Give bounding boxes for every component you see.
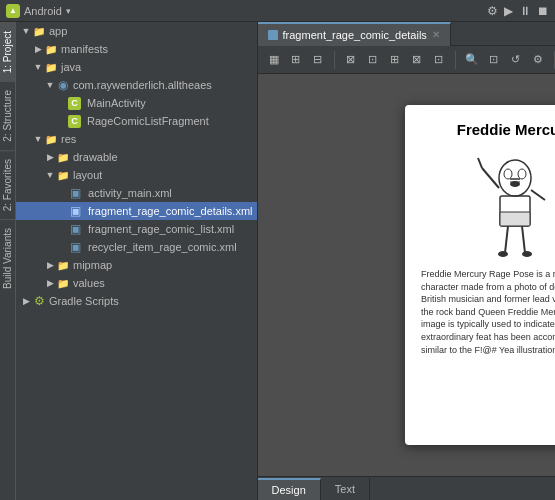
svg-point-13 bbox=[510, 181, 520, 187]
svg-line-9 bbox=[505, 226, 508, 253]
title-bar: ▲ Android ▾ ⚙ ▶ ⏸ ⏹ bbox=[0, 0, 555, 22]
tree-item-drawable[interactable]: ▶ 📁 drawable bbox=[16, 148, 257, 166]
tree-item-fragment-details[interactable]: ▣ fragment_rage_comic_details.xml bbox=[16, 202, 257, 220]
svg-line-10 bbox=[522, 226, 525, 253]
text-tab-label: Text bbox=[335, 483, 355, 495]
tree-label-gradle: Gradle Scripts bbox=[49, 295, 119, 307]
text-tab[interactable]: Text bbox=[321, 478, 370, 500]
tree-arrow-drawable: ▶ bbox=[44, 152, 56, 162]
freddie-description: Freddie Mercury Rage Pose is a rage comi… bbox=[421, 268, 555, 356]
toolbar-render-btn5[interactable]: ⊡ bbox=[429, 51, 449, 69]
tree-item-gradle[interactable]: ▶ ⚙ Gradle Scripts bbox=[16, 292, 257, 310]
tree-label-manifests: manifests bbox=[61, 43, 108, 55]
tree-item-package[interactable]: ▼ ◉ com.raywenderlich.alltheaes bbox=[16, 76, 257, 94]
svg-point-11 bbox=[498, 251, 508, 257]
freddie-image bbox=[470, 148, 555, 258]
toolbar-extra-btn[interactable]: ⚙ bbox=[528, 51, 548, 69]
tree-label-drawable: drawable bbox=[73, 151, 118, 163]
tree-arrow-gradle: ▶ bbox=[20, 296, 32, 306]
settings-icon[interactable]: ⚙ bbox=[487, 4, 498, 18]
tree-item-values[interactable]: ▶ 📁 values bbox=[16, 274, 257, 292]
platform-label[interactable]: Android bbox=[24, 5, 62, 17]
project-side-tab[interactable]: 1: Project bbox=[0, 22, 15, 81]
tree-item-app[interactable]: ▼ 📁 app bbox=[16, 22, 257, 40]
tab-close-icon[interactable]: ✕ bbox=[432, 29, 440, 40]
pause-icon[interactable]: ⏸ bbox=[519, 4, 531, 18]
tree-label-fragment-list: fragment_rage_comic_list.xml bbox=[85, 223, 234, 235]
file-tab-details[interactable]: fragment_rage_comic_details ✕ bbox=[258, 22, 451, 46]
design-tab[interactable]: Design bbox=[258, 478, 321, 500]
tree-label-app: app bbox=[49, 25, 67, 37]
tree-label-values: values bbox=[73, 277, 105, 289]
toolbar-layout-btn3[interactable]: ⊟ bbox=[308, 51, 328, 69]
tree-item-layout[interactable]: ▼ 📁 layout bbox=[16, 166, 257, 184]
svg-line-5 bbox=[478, 158, 482, 168]
platform-dropdown[interactable]: ▾ bbox=[66, 6, 71, 16]
tree-item-recycler[interactable]: ▣ recycler_item_rage_comic.xml bbox=[16, 238, 257, 256]
tree-item-fragment-list[interactable]: ▣ fragment_rage_comic_list.xml bbox=[16, 220, 257, 238]
xml-icon-fragment-list: ▣ bbox=[68, 222, 82, 236]
stop-icon[interactable]: ⏹ bbox=[537, 4, 549, 18]
activity-icon-main: C bbox=[68, 97, 81, 110]
toolbar-render-btn1[interactable]: ⊠ bbox=[341, 51, 361, 69]
tree-item-activity-main[interactable]: ▣ activity_main.xml bbox=[16, 184, 257, 202]
folder-icon-drawable: 📁 bbox=[56, 150, 70, 164]
toolbar-render-btn2[interactable]: ⊡ bbox=[363, 51, 383, 69]
package-icon: ◉ bbox=[56, 78, 70, 92]
file-tab-bar: fragment_rage_comic_details ✕ bbox=[258, 22, 555, 46]
activity-icon-rage: C bbox=[68, 115, 81, 128]
tree-label-activity-main: activity_main.xml bbox=[85, 187, 172, 199]
design-tab-label: Design bbox=[272, 484, 306, 496]
tree-label-java: java bbox=[61, 61, 81, 73]
folder-icon-java: 📁 bbox=[44, 60, 58, 74]
svg-point-1 bbox=[504, 169, 512, 179]
freddie-title: Freddie Mercury bbox=[457, 121, 555, 138]
toolbar-layout-section: ▦ ⊞ ⊟ bbox=[264, 51, 335, 69]
build-variants-side-tab[interactable]: Build Variants bbox=[0, 219, 15, 297]
tree-label-res: res bbox=[61, 133, 76, 145]
tree-item-manifests[interactable]: ▶ 📁 manifests bbox=[16, 40, 257, 58]
run-icon[interactable]: ▶ bbox=[504, 4, 513, 18]
main-area: 1: Project 2: Structure 2: Favorites Bui… bbox=[0, 22, 555, 500]
toolbar-render-section: ⊠ ⊡ ⊞ ⊠ ⊡ bbox=[341, 51, 456, 69]
toolbar-render-btn3[interactable]: ⊞ bbox=[385, 51, 405, 69]
zoom-fit-btn[interactable]: ⊡ bbox=[484, 51, 504, 69]
toolbar-layout-btn1[interactable]: ▦ bbox=[264, 51, 284, 69]
tree-item-mipmap[interactable]: ▶ 📁 mipmap bbox=[16, 256, 257, 274]
phone-content: Freddie Mercury bbox=[405, 105, 555, 445]
structure-side-tab[interactable]: 2: Structure bbox=[0, 81, 15, 150]
toolbar-refresh-btn[interactable]: ↺ bbox=[506, 51, 526, 69]
editor-toolbar: ▦ ⊞ ⊟ ⊠ ⊡ ⊞ ⊠ ⊡ 🔍 ⊡ ↺ ⚙ Nexus 4▾ A bbox=[258, 46, 555, 74]
favorites-side-tab[interactable]: 2: Favorites bbox=[0, 150, 15, 219]
svg-point-0 bbox=[499, 160, 531, 196]
zoom-out-btn[interactable]: 🔍 bbox=[462, 51, 482, 69]
folder-icon-manifests: 📁 bbox=[44, 42, 58, 56]
toolbar-layout-btn2[interactable]: ⊞ bbox=[286, 51, 306, 69]
svg-point-2 bbox=[518, 169, 526, 179]
toolbar-render-btn4[interactable]: ⊠ bbox=[407, 51, 427, 69]
xml-icon-activity-main: ▣ bbox=[68, 186, 82, 200]
toolbar-zoom-section: 🔍 ⊡ ↺ ⚙ bbox=[462, 51, 555, 69]
tree-arrow-package: ▼ bbox=[44, 80, 56, 90]
editor-area: fragment_rage_comic_details ✕ ▦ ⊞ ⊟ ⊠ ⊡ … bbox=[258, 22, 555, 500]
svg-rect-8 bbox=[500, 212, 530, 226]
folder-icon-mipmap: 📁 bbox=[56, 258, 70, 272]
tree-item-mainactivity[interactable]: C MainActivity bbox=[16, 94, 257, 112]
folder-icon-layout: 📁 bbox=[56, 168, 70, 182]
tree-arrow-values: ▶ bbox=[44, 278, 56, 288]
folder-icon-app: 📁 bbox=[32, 24, 46, 38]
svg-line-4 bbox=[482, 168, 499, 188]
tree-item-ragefragment[interactable]: C RageComicListFragment bbox=[16, 112, 257, 130]
folder-icon-res: 📁 bbox=[44, 132, 58, 146]
project-panel: ▼ 📁 app ▶ 📁 manifests ▼ 📁 java ▼ bbox=[16, 22, 258, 500]
tree-label-layout: layout bbox=[73, 169, 102, 181]
tree-arrow-layout: ▼ bbox=[44, 170, 56, 180]
folder-icon-values: 📁 bbox=[56, 276, 70, 290]
tree-label-fragment-details: fragment_rage_comic_details.xml bbox=[85, 205, 253, 217]
phone-frame: Freddie Mercury bbox=[405, 105, 555, 445]
tree-item-res[interactable]: ▼ 📁 res bbox=[16, 130, 257, 148]
layout-preview: Freddie Mercury bbox=[258, 74, 555, 476]
tree-item-java[interactable]: ▼ 📁 java bbox=[16, 58, 257, 76]
xml-icon-fragment-details: ▣ bbox=[68, 204, 82, 218]
title-bar-icons: ⚙ ▶ ⏸ ⏹ bbox=[487, 4, 549, 18]
